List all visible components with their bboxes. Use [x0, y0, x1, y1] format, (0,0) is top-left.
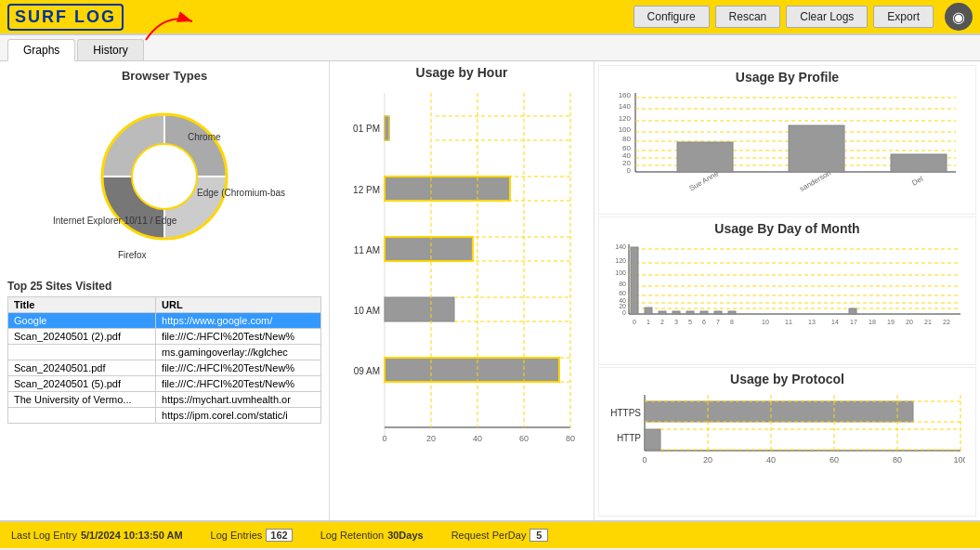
browser-types-section: Browser Types — [4, 65, 325, 276]
col-title: Title — [8, 297, 156, 313]
site-title: Scan_20240501.pdf — [8, 360, 156, 376]
svg-text:80: 80 — [893, 455, 902, 465]
svg-text:100: 100 — [615, 269, 626, 276]
arrow-annotation — [137, 3, 211, 49]
svg-rect-59 — [891, 154, 947, 172]
svg-rect-83 — [700, 311, 708, 314]
svg-text:80: 80 — [566, 434, 575, 443]
svg-rect-57 — [789, 125, 844, 172]
svg-rect-85 — [728, 311, 736, 314]
svg-text:140: 140 — [615, 243, 626, 250]
table-row[interactable]: Scan_20240501 (2).pdffile:///C:/HFCI%20T… — [8, 329, 321, 345]
header-buttons: Configure Rescan Clear Logs Export ◉ — [634, 3, 973, 31]
svg-text:20: 20 — [426, 434, 436, 443]
svg-rect-80 — [659, 311, 666, 314]
svg-text:8: 8 — [730, 319, 734, 325]
svg-text:09 AM: 09 AM — [354, 366, 380, 376]
site-url: file:///C:/HFCI%20Test/New% — [156, 329, 321, 345]
logo-area: SURF LOG — [7, 0, 634, 40]
clear-logs-button[interactable]: Clear Logs — [786, 6, 868, 28]
col-url: URL — [156, 297, 321, 313]
table-row[interactable]: Scan_20240501 (5).pdffile:///C:/HFCI%20T… — [8, 376, 321, 392]
svg-text:100: 100 — [619, 125, 632, 134]
svg-text:10 AM: 10 AM — [354, 306, 380, 316]
svg-text:60: 60 — [619, 290, 626, 296]
svg-text:01 PM: 01 PM — [353, 124, 380, 134]
svg-text:Sue Anne: Sue Anne — [687, 169, 720, 192]
middle-panel: Usage by Hour 01 PM 12 PM 11 AM 10 AM — [330, 61, 595, 520]
svg-text:12 PM: 12 PM — [353, 185, 380, 195]
table-row[interactable]: ms.gamingoverlay://kglchec — [8, 345, 321, 360]
table-row[interactable]: Googlehttps://www.google.com/ — [8, 313, 321, 329]
usage-by-day-section: Usage By Day of Month 140 120 100 80 60 … — [598, 216, 976, 366]
usage-by-protocol-section: Usage by Protocol HTTPS HTTP 0 2 — [598, 367, 976, 517]
firefox-label: Firefox — [118, 250, 147, 260]
svg-rect-112 — [645, 429, 660, 450]
site-url: https://mychart.uvmhealth.or — [156, 392, 321, 408]
log-retention: Log Retention 30Days — [320, 530, 424, 541]
site-url: ms.gamingoverlay://kglchec — [156, 345, 321, 360]
export-button[interactable]: Export — [873, 6, 934, 28]
svg-text:1: 1 — [647, 319, 650, 325]
last-log-entry: Last Log Entry 5/1/2024 10:13:50 AM — [11, 530, 183, 541]
svg-text:HTTP: HTTP — [617, 433, 641, 443]
tab-history[interactable]: History — [77, 39, 143, 60]
svg-text:20: 20 — [906, 319, 913, 325]
svg-text:60: 60 — [519, 434, 529, 443]
usage-by-hour-svg: 01 PM 12 PM 11 AM 10 AM 09 AM — [333, 84, 584, 474]
svg-text:22: 22 — [943, 319, 950, 325]
usage-by-profile-svg: 160 140 120 100 80 60 40 20 0 — [603, 88, 965, 200]
svg-rect-55 — [677, 142, 733, 172]
svg-text:11: 11 — [785, 319, 792, 325]
site-title — [8, 345, 156, 360]
svg-text:13: 13 — [808, 319, 816, 325]
table-row[interactable]: The University of Vermo...https://mychar… — [8, 392, 321, 408]
site-url: https://ipm.corel.com/static/i — [156, 408, 321, 424]
tab-graphs[interactable]: Graphs — [7, 39, 75, 61]
svg-text:140: 140 — [619, 102, 632, 111]
rescan-button[interactable]: Rescan — [715, 6, 781, 28]
svg-text:Del: Del — [910, 175, 924, 188]
svg-text:7: 7 — [716, 319, 720, 325]
svg-rect-79 — [645, 308, 652, 314]
footer: Last Log Entry 5/1/2024 10:13:50 AM Log … — [0, 520, 980, 548]
log-entries: Log Entries 162 — [211, 529, 293, 542]
svg-rect-11 — [385, 177, 510, 201]
site-title: The University of Vermo... — [8, 392, 156, 408]
svg-rect-15 — [385, 237, 473, 261]
sites-table: Title URL Googlehttps://www.google.com/S… — [7, 296, 321, 424]
site-url: https://www.google.com/ — [156, 313, 321, 329]
svg-text:3: 3 — [674, 319, 678, 325]
usage-by-day-title: Usage By Day of Month — [603, 221, 972, 236]
table-row[interactable]: Scan_20240501.pdffile:///C:/HFCI%20Test/… — [8, 360, 321, 376]
site-url: file:///C:/HFCI%20Test/New% — [156, 376, 321, 392]
log-retention-label: Log Retention — [320, 530, 385, 541]
header: SURF LOG Configure Rescan Clear Logs Exp… — [0, 0, 980, 35]
svg-text:0: 0 — [622, 309, 626, 316]
svg-text:6: 6 — [702, 319, 706, 325]
svg-rect-108 — [645, 401, 913, 422]
svg-text:120: 120 — [615, 257, 626, 264]
svg-text:19: 19 — [887, 319, 895, 325]
ie-label: Internet Explorer 10/11 / Edge — [53, 216, 177, 226]
svg-text:2: 2 — [660, 319, 664, 325]
svg-text:10: 10 — [762, 319, 769, 325]
edge-label: Edge (Chromium-based) — [197, 188, 285, 198]
configure-button[interactable]: Configure — [634, 6, 710, 28]
user-icon[interactable]: ◉ — [945, 3, 973, 31]
usage-by-day-svg: 140 120 100 80 60 40 20 0 — [603, 240, 965, 337]
svg-text:5: 5 — [688, 319, 692, 325]
svg-rect-19 — [385, 297, 454, 321]
svg-text:0: 0 — [642, 455, 647, 465]
site-title: Google — [8, 313, 156, 329]
site-title — [8, 408, 156, 424]
svg-text:80: 80 — [622, 135, 631, 143]
top-sites-title: Top 25 Sites Visited — [7, 280, 321, 293]
svg-text:0: 0 — [382, 434, 386, 443]
svg-text:20: 20 — [619, 303, 626, 309]
usage-by-profile-title: Usage By Profile — [603, 70, 972, 85]
log-entries-label: Log Entries — [211, 530, 263, 541]
browser-types-title: Browser Types — [7, 69, 321, 83]
table-row[interactable]: https://ipm.corel.com/static/i — [8, 408, 321, 424]
svg-rect-9 — [385, 116, 389, 140]
